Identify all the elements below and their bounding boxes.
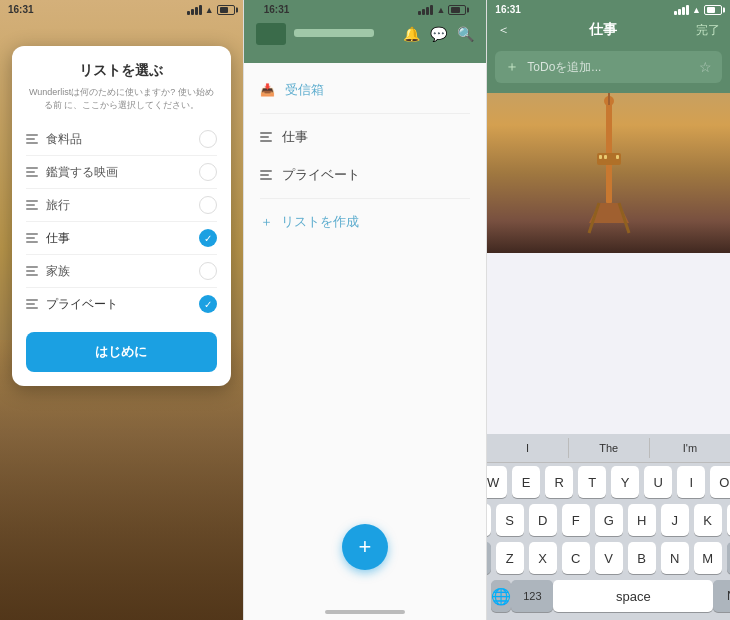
key-G[interactable]: G xyxy=(595,504,623,536)
key-T[interactable]: T xyxy=(578,466,606,498)
private-list-item[interactable]: プライベート xyxy=(244,156,487,194)
key-X[interactable]: X xyxy=(529,542,557,574)
key-A[interactable]: A xyxy=(487,504,490,536)
modal-subtitle: Wunderlistは何のために使いますか? 使い始める前 に、ここから選択して… xyxy=(26,86,217,111)
home-indicator-2 xyxy=(325,610,405,614)
screen2-header: 16:31 ▲ 🔔 💬 🔍 xyxy=(244,0,487,63)
header-action-icons: 🔔 💬 🔍 xyxy=(403,26,474,42)
inbox-icon: 📥 xyxy=(260,83,275,97)
suggestion-0[interactable]: I xyxy=(487,438,568,458)
key-S[interactable]: S xyxy=(496,504,524,536)
todo-plus-icon: ＋ xyxy=(505,58,519,76)
key-D[interactable]: D xyxy=(529,504,557,536)
screen3-header: 16:31 ▲ ＜ 仕事 完了 ＋ ToDoを追加... ☆ xyxy=(487,0,730,93)
num-key[interactable]: 123 xyxy=(511,580,553,612)
plus-icon: ＋ xyxy=(260,213,273,231)
list-icon-2 xyxy=(26,200,38,210)
private-list-label: プライベート xyxy=(282,166,360,184)
create-list-button[interactable]: ＋ リストを作成 xyxy=(244,203,487,241)
list-icon-3 xyxy=(26,233,38,243)
list-item-4[interactable]: 家族 xyxy=(26,255,217,288)
done-button[interactable]: 完了 xyxy=(696,22,720,39)
suggestion-2[interactable]: I'm xyxy=(650,438,730,458)
photo-container xyxy=(487,93,730,253)
status-bar-2: 16:31 ▲ xyxy=(256,0,475,17)
start-button[interactable]: はじめに xyxy=(26,332,217,372)
list-label-5: プライベート xyxy=(46,296,199,313)
key-R[interactable]: R xyxy=(545,466,573,498)
key-F[interactable]: F xyxy=(562,504,590,536)
key-Z[interactable]: Z xyxy=(496,542,524,574)
todo-input[interactable]: ToDoを追加... xyxy=(527,59,699,76)
key-B[interactable]: B xyxy=(628,542,656,574)
key-U[interactable]: U xyxy=(644,466,672,498)
private-list-icon xyxy=(260,170,272,180)
space-key[interactable]: space xyxy=(553,580,713,612)
wifi-icon: ▲ xyxy=(205,5,214,15)
key-I[interactable]: I xyxy=(677,466,705,498)
key-K[interactable]: K xyxy=(694,504,722,536)
list-item-0[interactable]: 食料品 xyxy=(26,123,217,156)
work-list-label: 仕事 xyxy=(282,128,308,146)
suggestion-1[interactable]: The xyxy=(569,438,650,458)
inbox-item[interactable]: 📥 受信箱 xyxy=(244,71,487,109)
keyboard-area: I The I'm Q W E R T Y U I O P A S D F G … xyxy=(487,434,730,620)
key-N[interactable]: N xyxy=(661,542,689,574)
wifi-icon-2: ▲ xyxy=(436,5,445,15)
list-icon-0 xyxy=(26,134,38,144)
wifi-icon-3: ▲ xyxy=(692,5,701,15)
list-label-1: 鑑賞する映画 xyxy=(46,164,199,181)
work-list-icon xyxy=(260,132,272,142)
globe-key[interactable]: 🌐 xyxy=(491,580,511,612)
key-J[interactable]: J xyxy=(661,504,689,536)
keyboard-row-3: ⇧ Z X C V B N M ⌫ xyxy=(487,539,730,577)
list-label-4: 家族 xyxy=(46,263,199,280)
bell-icon[interactable]: 🔔 xyxy=(403,26,420,42)
list-item-2[interactable]: 旅行 xyxy=(26,189,217,222)
todo-input-bar[interactable]: ＋ ToDoを追加... ☆ xyxy=(495,51,722,83)
list-label-2: 旅行 xyxy=(46,197,199,214)
divider-1 xyxy=(260,113,471,114)
list-item-3[interactable]: 仕事 ✓ xyxy=(26,222,217,255)
list-item-1[interactable]: 鑑賞する映画 xyxy=(26,156,217,189)
key-W[interactable]: W xyxy=(487,466,507,498)
list-icon-5 xyxy=(26,299,38,309)
screen-2: 16:31 ▲ 🔔 💬 🔍 xyxy=(243,0,488,620)
list-menu: 📥 受信箱 仕事 プライベート ＋ リストを作成 xyxy=(244,63,487,249)
avatar xyxy=(256,23,286,45)
list-item-5[interactable]: プライベート ✓ xyxy=(26,288,217,320)
shift-key[interactable]: ⇧ xyxy=(487,542,490,574)
star-icon[interactable]: ☆ xyxy=(699,59,712,75)
key-C[interactable]: C xyxy=(562,542,590,574)
key-Y[interactable]: Y xyxy=(611,466,639,498)
key-M[interactable]: M xyxy=(694,542,722,574)
status-icons-2: ▲ xyxy=(418,5,466,15)
status-time-3: 16:31 xyxy=(495,4,521,15)
key-H[interactable]: H xyxy=(628,504,656,536)
status-time-1: 16:31 xyxy=(8,4,34,15)
search-icon[interactable]: 🔍 xyxy=(457,26,474,42)
svg-rect-5 xyxy=(599,155,602,159)
keyboard-suggestions: I The I'm xyxy=(487,434,730,463)
key-E[interactable]: E xyxy=(512,466,540,498)
screen3-nav: ＜ 仕事 完了 xyxy=(487,17,730,45)
signal-icon-2 xyxy=(418,5,433,15)
list-icon-4 xyxy=(26,266,38,276)
screen-1: 16:31 ▲ リストを選ぶ Wunderlistは何のために使いますか? 使い… xyxy=(0,0,243,620)
header-title-block xyxy=(294,29,404,40)
battery-icon-3 xyxy=(704,5,722,15)
fab-button[interactable]: + xyxy=(342,524,388,570)
modal-overlay: リストを選ぶ Wunderlistは何のために使いますか? 使い始める前 に、こ… xyxy=(0,30,243,620)
svg-rect-3 xyxy=(608,93,610,105)
key-V[interactable]: V xyxy=(595,542,623,574)
keyboard-row-4: 🌐 123 space Next 🎤 xyxy=(487,577,730,620)
next-key[interactable]: Next xyxy=(713,580,730,612)
screen3-title: 仕事 xyxy=(589,21,617,39)
key-O[interactable]: O xyxy=(710,466,730,498)
inbox-label: 受信箱 xyxy=(285,81,324,99)
check-3: ✓ xyxy=(199,229,217,247)
work-list-item[interactable]: 仕事 xyxy=(244,118,487,156)
check-0 xyxy=(199,130,217,148)
chat-icon[interactable]: 💬 xyxy=(430,26,447,42)
back-button[interactable]: ＜ xyxy=(497,21,510,39)
